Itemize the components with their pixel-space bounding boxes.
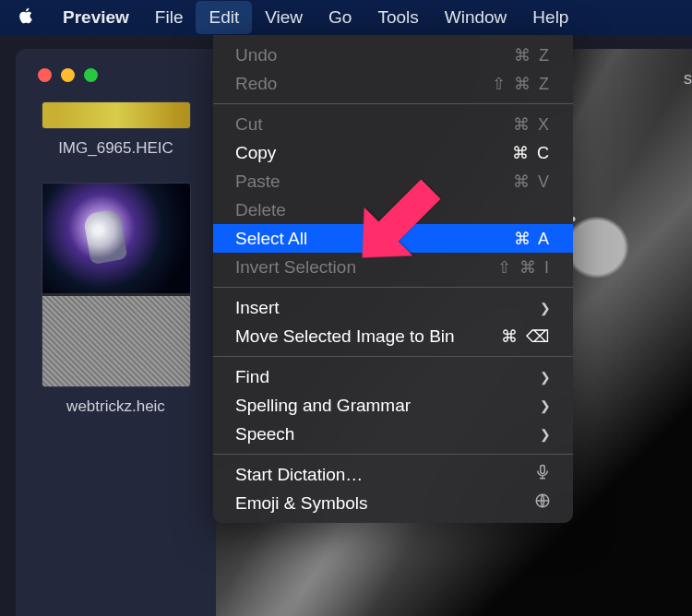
menu-speech[interactable]: Speech ❯ [213,420,573,448]
menu-shortcut: ⌘ C [512,143,551,163]
chevron-right-icon: ❯ [540,398,551,413]
menu-find[interactable]: Find ❯ [213,362,573,391]
menu-redo[interactable]: Redo ⇧ ⌘ Z [213,69,573,98]
menu-move-to-bin[interactable]: Move Selected Image to Bin ⌘ ⌫ [213,322,573,350]
chevron-right-icon: ❯ [540,301,551,315]
chevron-right-icon: ❯ [540,427,551,442]
menu-label: Move Selected Image to Bin [235,326,455,347]
menu-insert[interactable]: Insert ❯ [213,293,573,322]
menubar-help[interactable]: Help [519,1,581,34]
menu-undo[interactable]: Undo ⌘ Z [213,41,573,69]
menu-shortcut: ⇧ ⌘ I [497,257,551,278]
menu-label: Undo [235,45,277,65]
menu-label: Insert [235,298,280,318]
maximize-button[interactable] [84,68,98,82]
thumbnail-caption: webtrickz.heic [66,397,165,416]
chevron-right-icon: ❯ [540,370,551,385]
menubar-go[interactable]: Go [316,1,364,34]
menu-separator [213,356,573,357]
close-button[interactable] [38,68,52,82]
tab-title-partial: s [684,69,692,89]
menu-emoji-symbols[interactable]: Emoji & Symbols [213,489,573,517]
menubar-tools[interactable]: Tools [364,1,431,34]
thumbnail-image [42,184,190,386]
menubar-view[interactable]: View [252,1,316,34]
menubar-window[interactable]: Window [432,1,520,34]
menu-label: Delete [235,200,286,220]
thumbnail-image [42,102,190,128]
menu-shortcut: ⇧ ⌘ Z [492,74,551,94]
menu-shortcut: ⌘ A [514,229,551,249]
thumbnail-item[interactable]: webtrickz.heic [42,184,190,431]
menu-label: Emoji & Symbols [235,493,368,514]
menu-start-dictation[interactable]: Start Dictation… [213,460,573,489]
menu-label: Start Dictation… [235,465,363,485]
menu-label: Invert Selection [235,257,356,278]
menu-shortcut: ⌘ X [513,114,551,135]
menu-separator [213,287,573,288]
mic-icon [534,464,551,485]
menubar-app-name[interactable]: Preview [50,1,142,34]
thumbnail-item[interactable]: IMG_6965.HEIC [42,102,190,172]
menu-label: Paste [235,172,280,192]
menu-label: Cut [235,114,263,135]
menubar: Preview File Edit View Go Tools Window H… [0,0,692,35]
window-controls [38,68,98,82]
menu-label: Speech [235,424,294,444]
menu-separator [213,454,573,455]
annotation-arrow [341,159,461,282]
menu-shortcut: ⌘ Z [514,45,551,65]
menubar-file[interactable]: File [142,1,197,34]
menubar-edit[interactable]: Edit [196,1,252,34]
minimize-button[interactable] [61,68,75,82]
thumbnails-sidebar: IMG_6965.HEIC webtrickz.heic [16,49,216,616]
menu-separator [213,103,573,104]
menu-label: Redo [235,74,277,94]
menu-cut[interactable]: Cut ⌘ X [213,110,573,138]
menu-label: Find [235,367,269,387]
menu-label: Spelling and Grammar [235,396,411,416]
menu-label: Select All [235,229,307,249]
menu-spelling-grammar[interactable]: Spelling and Grammar ❯ [213,391,573,420]
menu-shortcut: ⌘ V [513,172,551,192]
menu-label: Copy [235,143,276,163]
svg-rect-0 [541,466,545,474]
menu-shortcut: ⌘ ⌫ [501,326,551,347]
globe-icon [534,492,551,514]
apple-logo-icon[interactable] [17,6,35,30]
thumbnail-caption: IMG_6965.HEIC [58,139,173,158]
